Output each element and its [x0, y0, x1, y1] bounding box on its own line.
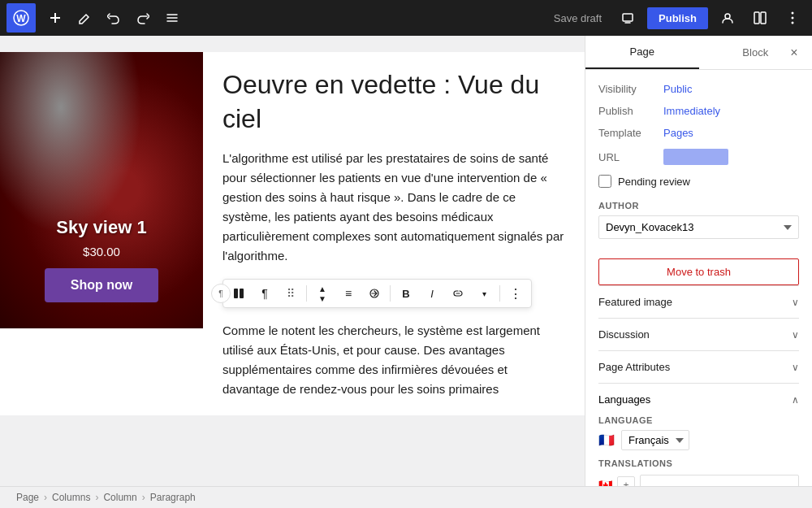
publish-row: Publish Immediately	[598, 105, 799, 117]
product-price: $30.00	[83, 245, 120, 258]
sidebar-tabs: Page Block ×	[585, 36, 812, 70]
sidebar-close-button[interactable]: ×	[783, 41, 806, 64]
transform-button[interactable]	[362, 281, 387, 306]
main-layout: Sky view 1 $30.00 Shop now Oeuvre en ved…	[0, 36, 812, 486]
toolbar-divider-1	[306, 285, 307, 302]
svg-text:W: W	[16, 13, 26, 24]
preview-button[interactable]	[615, 5, 641, 31]
breadcrumb-sep-3: ›	[142, 492, 145, 503]
paragraph-icon-button[interactable]: ¶	[253, 281, 277, 306]
article-body-1: L'algorithme est utilisé par les prestat…	[222, 149, 565, 266]
ca-translation-input[interactable]	[640, 475, 799, 486]
add-block-button[interactable]	[42, 5, 68, 31]
sidebar-body: Visibility Public Publish Immediately Te…	[585, 70, 812, 486]
languages-chevron: ∧	[792, 394, 799, 406]
pending-review-checkbox[interactable]	[598, 175, 611, 188]
svg-point-3	[725, 14, 730, 19]
more-block-options-button[interactable]: ⋮	[503, 281, 528, 306]
publish-row-label: Publish	[598, 105, 663, 117]
sidebar: Page Block × Visibility Public Publish I…	[585, 36, 812, 486]
product-title: Sky view 1	[56, 217, 146, 238]
breadcrumb: Page › Columns › Column › Paragraph	[0, 486, 812, 508]
svg-rect-10	[240, 289, 244, 298]
editor-area: Sky view 1 $30.00 Shop now Oeuvre en ved…	[0, 36, 585, 486]
align-button[interactable]: ≡	[336, 281, 361, 306]
author-label: AUTHOR	[598, 201, 799, 211]
publish-button[interactable]: Publish	[647, 7, 708, 29]
user-button[interactable]	[715, 5, 741, 31]
move-up-button[interactable]: ▲▼	[310, 281, 335, 306]
breadcrumb-columns[interactable]: Columns	[52, 492, 90, 503]
bold-button[interactable]: B	[394, 281, 418, 306]
dropdown-button[interactable]: ▾	[472, 281, 496, 306]
image-column: Sky view 1 $30.00 Shop now	[0, 52, 203, 415]
visibility-label: Visibility	[598, 83, 663, 95]
visibility-value[interactable]: Public	[663, 83, 692, 95]
save-draft-button[interactable]: Save draft	[547, 9, 608, 28]
svg-point-7	[792, 17, 794, 20]
svg-rect-4	[754, 12, 759, 24]
featured-image-section[interactable]: Featured image ∨	[598, 285, 799, 318]
discussion-label: Discussion	[598, 328, 650, 341]
breadcrumb-page[interactable]: Page	[16, 492, 39, 503]
language-sublabel: Language	[598, 415, 799, 425]
shop-now-button[interactable]: Shop now	[45, 268, 158, 302]
translations-label: Translations	[598, 458, 799, 468]
publish-row-value[interactable]: Immediately	[663, 105, 720, 117]
breadcrumb-sep-1: ›	[44, 492, 47, 503]
discussion-section[interactable]: Discussion ∨	[598, 318, 799, 350]
edit-button[interactable]	[71, 5, 97, 31]
undo-button[interactable]	[101, 5, 127, 31]
languages-header[interactable]: Languages ∧	[598, 393, 799, 406]
language-row: 🇫🇷 Français	[598, 430, 799, 450]
language-flag: 🇫🇷	[598, 432, 615, 448]
language-select[interactable]: Français	[621, 430, 689, 450]
page-attributes-chevron: ∨	[792, 362, 799, 373]
page-attributes-section[interactable]: Page Attributes ∨	[598, 350, 799, 383]
paragraph-drag-handle[interactable]: ¶	[211, 284, 231, 303]
product-card-content: Sky view 1 $30.00 Shop now	[45, 217, 158, 302]
wp-logo-button[interactable]: W	[6, 3, 36, 33]
breadcrumb-column[interactable]: Column	[103, 492, 136, 503]
top-toolbar: W Save draft Publish	[0, 0, 812, 36]
translation-ca-row: 🇨🇦 +	[598, 475, 799, 486]
url-display[interactable]	[663, 149, 728, 165]
template-row: Template Pages	[598, 127, 799, 139]
ca-flag: 🇨🇦	[598, 479, 612, 487]
breadcrumb-paragraph[interactable]: Paragraph	[150, 492, 196, 503]
columns-block: Sky view 1 $30.00 Shop now Oeuvre en ved…	[0, 52, 585, 415]
more-options-button[interactable]	[780, 5, 806, 31]
page-attributes-label: Page Attributes	[598, 361, 670, 373]
tab-page[interactable]: Page	[585, 36, 699, 69]
text-column: Oeuvre en vedette : Vue du ciel L'algori…	[203, 52, 585, 415]
article-body-2: Comme le notent les chercheurs, le systè…	[222, 321, 565, 399]
discussion-chevron: ∨	[792, 329, 799, 341]
product-card: Sky view 1 $30.00 Shop now	[0, 52, 203, 328]
link-button[interactable]	[446, 281, 470, 306]
toolbar-divider-3	[499, 285, 500, 302]
svg-rect-2	[623, 14, 633, 21]
url-row: URL	[598, 149, 799, 165]
author-select[interactable]: Devyn_Kovacek13	[598, 215, 799, 239]
template-value[interactable]: Pages	[663, 127, 693, 139]
drag-button[interactable]: ⠿	[279, 281, 303, 306]
svg-point-6	[792, 12, 794, 15]
pending-review-row: Pending review	[598, 175, 799, 188]
pending-review-label: Pending review	[618, 176, 690, 188]
ca-add-button[interactable]: +	[617, 476, 635, 487]
toolbar-divider-2	[390, 285, 391, 302]
svg-rect-5	[761, 12, 766, 24]
block-toolbar: ¶ ⠿ ▲▼ ≡ B I	[222, 279, 532, 308]
breadcrumb-sep-2: ›	[95, 492, 98, 503]
languages-title: Languages	[598, 393, 650, 406]
featured-image-chevron: ∨	[792, 297, 799, 308]
visibility-row: Visibility Public	[598, 83, 799, 95]
redo-button[interactable]	[130, 5, 156, 31]
languages-section: Languages ∧ Language 🇫🇷 Français Transla…	[598, 383, 799, 486]
author-section: AUTHOR Devyn_Kovacek13	[598, 201, 799, 239]
list-view-button[interactable]	[159, 5, 185, 31]
layout-button[interactable]	[747, 5, 773, 31]
italic-button[interactable]: I	[420, 281, 444, 306]
move-to-trash-button[interactable]: Move to trash	[598, 258, 799, 285]
svg-rect-9	[234, 289, 238, 298]
